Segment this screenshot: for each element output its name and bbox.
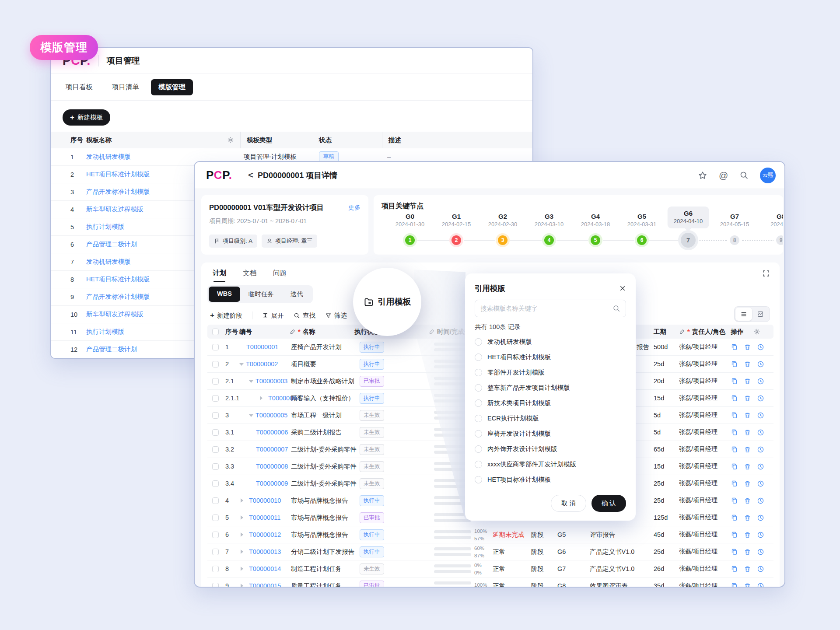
copy-icon[interactable] (731, 531, 738, 539)
copy-icon[interactable] (731, 548, 738, 556)
cell-code-link[interactable]: T00000007 (256, 446, 288, 453)
bg-row-name-link[interactable]: 产品管理二极计划 (86, 236, 137, 253)
copy-icon[interactable] (731, 412, 738, 419)
radio-icon[interactable] (475, 445, 482, 453)
copy-icon[interactable] (731, 463, 738, 470)
gantt-view-icon[interactable] (752, 308, 769, 321)
row-caret-icon[interactable] (241, 567, 245, 571)
fullscreen-icon[interactable] (762, 270, 770, 277)
row-caret-icon[interactable] (260, 396, 265, 400)
radio-icon[interactable] (475, 415, 482, 422)
bg-row-name-link[interactable]: 新车型研发过程模版 (86, 306, 144, 323)
milestone-node[interactable]: G8 2024-06 9 (758, 213, 783, 248)
clock-icon[interactable] (757, 582, 764, 588)
cell-code-link[interactable]: T00000014 (249, 565, 281, 572)
trash-icon[interactable] (744, 395, 751, 402)
trash-icon[interactable] (744, 548, 751, 556)
milestone-dot[interactable]: 9 (776, 235, 783, 245)
close-icon[interactable] (619, 285, 626, 292)
milestone-dot[interactable]: 1 (405, 235, 415, 245)
milestone-dot[interactable]: 7 (681, 233, 696, 248)
plan-table-row[interactable]: 8 T00000014 制造工程计划任务 未生效 0% 0% 正常 阶段 G7 … (207, 560, 774, 578)
template-option[interactable]: xxxx供应商零部件开发计划模版 (475, 457, 626, 472)
trash-icon[interactable] (744, 497, 751, 504)
trash-icon[interactable] (744, 429, 751, 436)
radio-icon[interactable] (475, 384, 482, 392)
plan-table-row[interactable]: 6 T00000012 市场与品牌概念报告 执行中 100% 57% 延期未完成… (207, 526, 774, 543)
select-all-checkbox[interactable] (212, 325, 219, 339)
bg-row-name-link[interactable]: 新车型研发过程模版 (86, 201, 144, 218)
bg-row-name-link[interactable]: 产品管理二极计划 (86, 341, 137, 358)
copy-icon[interactable] (731, 565, 738, 573)
copy-icon[interactable] (731, 497, 738, 504)
row-checkbox[interactable] (212, 339, 219, 355)
tab-plan[interactable]: 计划 (213, 269, 226, 282)
cell-code-link[interactable]: T00000006 (256, 429, 288, 436)
reference-template-spotlight[interactable]: 引用模板 (353, 268, 421, 336)
trash-icon[interactable] (744, 463, 751, 470)
cell-code-link[interactable]: T00000005 (256, 412, 287, 419)
row-caret-icon[interactable] (241, 584, 245, 588)
copy-icon[interactable] (731, 343, 738, 351)
copy-icon[interactable] (731, 480, 738, 487)
row-checkbox[interactable] (212, 458, 219, 475)
row-checkbox[interactable] (212, 560, 219, 577)
bg-row-name-link[interactable]: 产品开发标准计划模版 (86, 183, 150, 200)
milestone-dot[interactable]: 5 (591, 235, 600, 245)
milestone-node[interactable]: G3 2024-03-10 4 (526, 213, 572, 248)
copy-icon[interactable] (731, 514, 738, 522)
row-caret-icon[interactable] (249, 380, 253, 385)
template-option[interactable]: HET项目标准计划模板 (475, 472, 626, 487)
radio-icon[interactable] (475, 354, 482, 361)
radio-icon[interactable] (475, 476, 482, 483)
cancel-button[interactable]: 取 消 (551, 495, 586, 512)
confirm-button[interactable]: 确 认 (592, 495, 626, 512)
template-option[interactable]: ECR执行计划模版 (475, 411, 626, 426)
clock-icon[interactable] (757, 548, 764, 556)
row-checkbox[interactable] (212, 509, 219, 526)
tab-documents[interactable]: 文档 (243, 269, 256, 282)
row-caret-icon[interactable] (241, 550, 245, 554)
list-view-icon[interactable] (735, 308, 752, 321)
cell-code-link[interactable]: T00000010 (249, 497, 281, 504)
milestone-node[interactable]: G7 2024-05-15 8 (711, 213, 758, 248)
tab-issues[interactable]: 问题 (273, 269, 287, 282)
row-checkbox[interactable] (212, 441, 219, 458)
clock-icon[interactable] (757, 429, 764, 436)
row-checkbox[interactable] (212, 543, 219, 560)
milestone-node[interactable]: G6 2024-04-10 7 G6 2024-04-10 (665, 213, 711, 248)
cell-code-link[interactable]: T00000008 (256, 463, 288, 470)
radio-icon[interactable] (475, 461, 482, 468)
trash-icon[interactable] (744, 514, 751, 522)
template-option[interactable]: 整车新产品开发项目计划模版 (475, 380, 626, 396)
radio-icon[interactable] (475, 399, 482, 407)
milestone-node[interactable]: G5 2024-03-31 6 (619, 213, 665, 248)
cell-code-link[interactable]: T00000015 (249, 582, 281, 588)
milestone-node[interactable]: G0 2024-01-30 1 (387, 213, 433, 248)
template-option[interactable]: 新技术类项目计划模版 (475, 396, 626, 411)
trash-icon[interactable] (744, 531, 751, 539)
row-checkbox[interactable] (212, 578, 219, 588)
bg-row-name-link[interactable]: 发动机研发模版 (86, 253, 131, 270)
row-checkbox[interactable] (212, 526, 219, 543)
pill-temp-tasks[interactable]: 临时任务 (240, 287, 282, 302)
clock-icon[interactable] (757, 531, 764, 539)
copy-icon[interactable] (731, 378, 738, 385)
clock-icon[interactable] (757, 446, 764, 453)
row-caret-icon[interactable] (249, 414, 253, 419)
row-checkbox[interactable] (212, 356, 219, 372)
bg-row-name-link[interactable]: 产品开发标准计划模版 (86, 288, 150, 305)
radio-icon[interactable] (475, 430, 482, 438)
copy-icon[interactable] (731, 429, 738, 436)
tab-project-board[interactable]: 项目看板 (58, 79, 100, 95)
avatar[interactable]: 云熙 (760, 168, 776, 183)
radio-icon[interactable] (475, 338, 482, 346)
clock-icon[interactable] (757, 412, 764, 419)
cell-code-link[interactable]: T00000009 (256, 480, 288, 487)
clock-icon[interactable] (757, 480, 764, 487)
bg-row-name-link[interactable]: 执行计划模版 (86, 323, 124, 340)
trash-icon[interactable] (744, 582, 751, 588)
template-option[interactable]: HET项目标准计划模板 (475, 350, 626, 365)
mention-at-icon[interactable]: @ (719, 170, 728, 181)
milestone-node[interactable]: G2 2024-02-30 3 (480, 213, 526, 248)
